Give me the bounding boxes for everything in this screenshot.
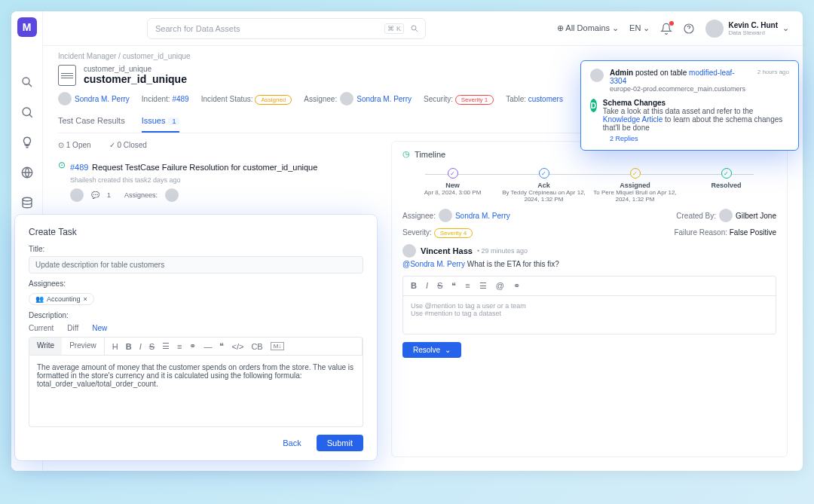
quote-icon[interactable]: ❝ <box>451 281 456 291</box>
svg-point-0 <box>23 78 29 84</box>
document-icon <box>58 65 76 86</box>
status-badge: Assigned <box>255 95 292 105</box>
issue-card[interactable]: ⊙ #489 Request TestCase Failure Resoluti… <box>58 155 381 206</box>
search-input[interactable]: Search for Data Assets ⌘ K <box>147 18 426 39</box>
quote-icon[interactable]: ❝ <box>219 341 224 351</box>
chevron-down-icon: ⌄ <box>782 23 789 33</box>
description-textarea[interactable]: The average amount of money that the cus… <box>29 356 363 427</box>
link-icon[interactable]: ⚭ <box>189 341 196 351</box>
notifications-icon[interactable] <box>660 23 672 35</box>
link-icon[interactable]: ⚭ <box>513 281 520 291</box>
help-icon[interactable] <box>683 23 695 35</box>
filter-closed[interactable]: ✓ 0 Closed <box>109 141 147 149</box>
avatar <box>705 20 724 38</box>
open-icon: ⊙ <box>58 160 66 170</box>
avatar <box>340 92 353 105</box>
list-ul-icon[interactable]: ☰ <box>479 281 487 291</box>
avatar <box>165 188 179 202</box>
owner-link[interactable]: Sondra M. Perry <box>75 95 130 103</box>
breadcrumb: Incident Manager / customer_id_unique <box>58 52 788 60</box>
svg-point-3 <box>23 197 32 201</box>
code-icon[interactable]: </> <box>231 342 243 351</box>
chevron-down-icon: ⌄ <box>445 346 451 354</box>
list-ol-icon[interactable]: ≡ <box>465 281 470 291</box>
assignee-chip[interactable]: 👥 Accounting × <box>29 293 94 305</box>
mention-icon[interactable]: @ <box>496 281 504 291</box>
nav-bulb-icon[interactable] <box>18 133 36 151</box>
domain-selector[interactable]: ⊕ All Domains ⌄ <box>557 23 619 33</box>
subtab-diff[interactable]: Diff <box>67 324 78 332</box>
avatar <box>590 69 604 82</box>
modal-title: Create Task <box>29 227 363 237</box>
codeblock-icon[interactable]: CB <box>251 342 262 351</box>
title-input[interactable]: Update description for table customers <box>29 256 363 273</box>
svg-point-1 <box>23 108 31 116</box>
italic-icon[interactable]: I <box>426 281 428 291</box>
markdown-icon[interactable]: M↓ <box>271 342 285 350</box>
preview-tab[interactable]: Preview <box>62 338 104 355</box>
avatar <box>402 244 416 258</box>
italic-icon[interactable]: I <box>139 342 142 351</box>
tab-issues[interactable]: Issues1 <box>142 116 180 133</box>
table-link[interactable]: customers <box>528 95 563 103</box>
incident-link[interactable]: #489 <box>172 95 188 103</box>
severity-badge: Severity 1 <box>455 95 494 105</box>
nav-globe-icon[interactable] <box>18 163 36 182</box>
severity-badge: Severity 4 <box>434 228 473 238</box>
comment-editor[interactable]: B I S ❝ ≡ ☰ @ ⚭ Use @mention to tag a us… <box>402 276 776 334</box>
hr-icon[interactable]: — <box>204 342 212 351</box>
write-tab[interactable]: Write <box>29 338 62 355</box>
filter-open[interactable]: ⊙ 1 Open <box>58 141 91 149</box>
activity-popup: Admin posted on table modified-leaf-3304… <box>580 60 799 151</box>
search-kbd: ⌘ K <box>384 23 404 34</box>
user-menu[interactable]: Kevin C. Hunt Data Steward ⌄ <box>705 20 789 38</box>
heading-icon[interactable]: H <box>112 342 118 351</box>
create-task-modal: Create Task Title: Update description fo… <box>15 215 377 460</box>
avatar <box>439 209 452 222</box>
back-button[interactable]: Back <box>275 435 308 451</box>
bold-icon[interactable]: B <box>411 281 417 291</box>
page-title: customer_id_unique <box>84 73 187 85</box>
tab-results[interactable]: Test Case Results <box>58 116 125 133</box>
list-ol-icon[interactable]: ≡ <box>177 342 182 351</box>
submit-button[interactable]: Submit <box>317 435 363 451</box>
nav-search-icon[interactable] <box>18 73 36 91</box>
eyebrow: customer_id_unique <box>84 65 187 73</box>
assignee-link[interactable]: Sondra M. Perry <box>357 95 412 103</box>
resolve-button[interactable]: Resolve ⌄ <box>402 342 461 358</box>
avatar <box>70 188 84 202</box>
replies-link[interactable]: 2 Replies <box>610 135 789 142</box>
avatar: D <box>590 99 597 112</box>
lang-selector[interactable]: EN ⌄ <box>629 23 650 33</box>
topbar: Search for Data Assets ⌘ K ⊕ All Domains… <box>43 11 803 46</box>
nav-data-icon[interactable] <box>18 194 36 212</box>
logo[interactable]: M <box>17 17 37 37</box>
nav-explore-icon[interactable] <box>18 103 36 121</box>
subtab-current[interactable]: Current <box>29 324 54 332</box>
search-icon <box>410 24 419 33</box>
strike-icon[interactable]: S <box>149 342 155 351</box>
list-ul-icon[interactable]: ☰ <box>162 341 170 351</box>
subtab-new[interactable]: New <box>92 324 107 332</box>
bold-icon[interactable]: B <box>126 342 132 351</box>
avatar <box>58 92 72 105</box>
knowledge-link[interactable]: Knowledge Article <box>603 115 663 124</box>
avatar <box>719 209 733 222</box>
comment-icon: 💬 <box>91 191 99 199</box>
svg-point-4 <box>412 26 416 30</box>
clock-icon: ◷ <box>402 149 410 159</box>
strike-icon[interactable]: S <box>437 281 442 291</box>
